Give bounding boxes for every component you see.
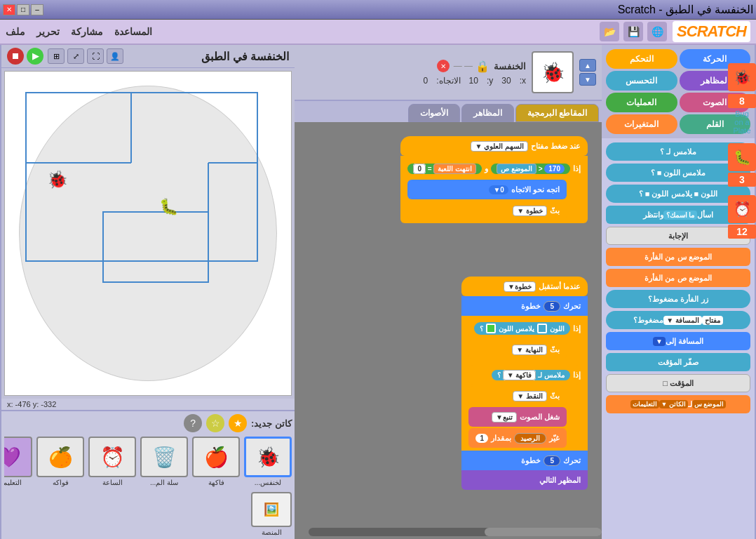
maximize-button[interactable]: □ bbox=[17, 4, 29, 15]
block-timer[interactable]: المؤقت □ bbox=[606, 374, 750, 392]
script-area[interactable]: عند ضغط مفتاح السهم العلوي ▼ إذا 170 < ا… bbox=[295, 122, 602, 539]
stage-icon-expand[interactable]: ⤢ bbox=[67, 48, 84, 64]
sprite-library-button[interactable]: ☆ bbox=[206, 414, 224, 432]
cat-control[interactable]: التحكم bbox=[606, 49, 677, 69]
stage-coord-text: x: -476 y: -332 bbox=[7, 400, 56, 408]
block-turn[interactable]: اتجه نحو الاتجاه 0▼ bbox=[407, 180, 567, 199]
green-flag-button[interactable]: ▶ bbox=[27, 48, 43, 65]
side-sprite-1-label: Bugon aPlate bbox=[728, 109, 756, 135]
sprite-thumb-clock[interactable]: ⏰ الساعة bbox=[88, 437, 136, 486]
sprite-img-bug: 🐞 bbox=[244, 437, 292, 477]
sprite-help-button[interactable]: ? bbox=[184, 414, 202, 432]
block-when-key[interactable]: عند ضغط مفتاح السهم العلوي ▼ bbox=[400, 136, 588, 156]
side-sprite-2[interactable]: 🐛 bbox=[728, 143, 756, 171]
middle-panel: ▲ ▼ 🐞 الخنفسة 🔒 — — ✕ x: 30 y: 10 bbox=[295, 45, 602, 539]
block-move5b[interactable]: تحرك 5 خطوة bbox=[461, 451, 588, 470]
minimize-button[interactable]: – bbox=[31, 4, 43, 15]
coord-x-label: x: bbox=[520, 76, 526, 86]
block-distance[interactable]: المسافة إلى ▼ bbox=[606, 332, 750, 350]
folder-icon[interactable]: 📂 bbox=[600, 22, 619, 41]
cat-operators[interactable]: العمليات bbox=[606, 93, 677, 112]
block-next-costume[interactable]: المظهر التالي bbox=[461, 470, 588, 490]
tab-scripts[interactable]: المقاطع البرمجية bbox=[515, 104, 599, 122]
stage-icon-grid[interactable]: ⊞ bbox=[48, 48, 65, 64]
scratch-logo: SCRATCH bbox=[673, 21, 750, 42]
menubar: SCRATCH 🌐 💾 📂 المساعدة مشاركة تحرير ملف bbox=[0, 20, 756, 45]
sprite-info: ▲ ▼ 🐞 الخنفسة 🔒 — — ✕ x: 30 y: 10 bbox=[295, 45, 602, 101]
block-if-color: إذا اللون يلامس اللون ؟ بثّ النهاية ▼ bbox=[461, 316, 588, 362]
block-if[interactable]: إذا 170 < الموضع ص و انتهت اللعبة = 0 bbox=[407, 159, 581, 178]
block-broadcast1[interactable]: بثّ خطوة ▼ bbox=[407, 201, 567, 220]
right-panel: الخنفسة في الطبق 👤 ⛶ ⤢ ⊞ ▶ ⏹ bbox=[0, 45, 295, 539]
block-play-sound[interactable]: شغل الصوت تنبع▼ bbox=[468, 407, 567, 427]
menu-file[interactable]: ملف bbox=[6, 26, 25, 37]
if-touch-body: بثّ النقط ▼ شغل الصوت تنبع▼ غيّر الرصيد … bbox=[468, 386, 581, 448]
tab-costumes[interactable]: المظاهر bbox=[461, 104, 514, 122]
stage-canvas[interactable]: 🐞 🐛 bbox=[4, 71, 292, 396]
block-mouse-down[interactable]: زر الفأرة مضغوط؟ bbox=[606, 290, 750, 308]
cat-sensing[interactable]: التحسس bbox=[606, 71, 677, 91]
sprite-thumb-bug[interactable]: 🐞 لخنفس... bbox=[244, 437, 292, 486]
lock-icon: 🔒 bbox=[475, 60, 490, 73]
block-change-score[interactable]: غيّر الرصيد بمقدار 1 bbox=[468, 428, 567, 448]
if-color-body: بثّ النهاية ▼ bbox=[468, 340, 581, 359]
block-key-pressed[interactable]: مفتاح المسافة ▼ مضغوط؟ bbox=[606, 311, 750, 329]
scrollbar-thumb[interactable] bbox=[485, 528, 602, 536]
side-sprite-2-count: 3 bbox=[728, 173, 756, 187]
menu-edit[interactable]: تحرير bbox=[36, 26, 60, 37]
block-move5[interactable]: تحرك 5 خطوة bbox=[461, 296, 588, 316]
block-if-group: إذا 170 < الموضع ص و انتهت اللعبة = 0 ات… bbox=[400, 156, 588, 223]
save-icon[interactable]: 💾 bbox=[623, 22, 643, 41]
side-sprite-3-count: 12 bbox=[728, 225, 756, 239]
if-body: اتجه نحو الاتجاه 0▼ بثّ خطوة ▼ bbox=[407, 180, 581, 220]
sprite-img-fruit: 🍎 bbox=[192, 437, 240, 477]
block-if-touch-inner[interactable]: إذا ملامس لـ فاكهة ▼ ؟ bbox=[468, 365, 581, 385]
side-sprite-3[interactable]: ⏰ bbox=[728, 195, 756, 223]
sprite-label-fruit: فاكهة bbox=[208, 479, 224, 486]
sprite-img-instructions: 💜 bbox=[4, 437, 32, 477]
sprite-delete-icon[interactable]: ✕ bbox=[437, 60, 450, 72]
block-broadcast-dot[interactable]: بثّ النقط ▼ bbox=[468, 386, 567, 406]
block-when-receive[interactable]: عندما أستقبل خطوة▼ bbox=[461, 277, 588, 296]
titlebar-text: الخنفسة في الطبق - Scratch bbox=[618, 3, 753, 16]
sprite-coords: x: 30 y: 10 الاتجاه: 0 bbox=[300, 76, 526, 86]
tab-sounds[interactable]: الأصوات bbox=[408, 104, 460, 122]
titlebar-controls: – □ ✕ bbox=[3, 4, 43, 15]
sprite-thumb-fruit[interactable]: 🍎 فاكهة bbox=[192, 437, 240, 486]
side-sprite-1[interactable]: 🐞 bbox=[728, 63, 756, 91]
horizontal-scrollbar[interactable] bbox=[309, 528, 602, 536]
sprite-thumb-instructions[interactable]: 💜 التعليما... bbox=[4, 437, 32, 486]
svg-rect-1 bbox=[103, 212, 208, 282]
sprite-img-basket: 🗑️ bbox=[140, 437, 188, 477]
main-layout: الحركة التحكم المظاهر التحسس الصوت العمل… bbox=[0, 45, 756, 539]
cat-variables[interactable]: المتغيرات bbox=[606, 114, 677, 134]
stop-button[interactable]: ⏹ bbox=[7, 48, 24, 65]
globe-icon[interactable]: 🌐 bbox=[647, 22, 667, 41]
block-broadcast-end[interactable]: بثّ النهاية ▼ bbox=[468, 340, 567, 359]
block-sprite-attr[interactable]: الموضع س لـ الكاتن ▼ التعليمات bbox=[606, 395, 750, 413]
sprite-thumb-fruits[interactable]: 🍊 فواكه bbox=[36, 437, 84, 486]
stage-icons: 👤 ⛶ ⤢ ⊞ bbox=[48, 48, 123, 64]
block-reset-timer[interactable]: صفّر المؤقت bbox=[606, 353, 750, 371]
sprite-paint-button[interactable]: ★ bbox=[229, 414, 247, 432]
direction-val: 0 bbox=[424, 76, 428, 86]
sprite-thumb-basket[interactable]: 🗑️ سلة الم... bbox=[140, 437, 188, 486]
stage-mini-thumb[interactable]: 🖼️ bbox=[251, 492, 292, 527]
script-tabs: المقاطع البرمجية المظاهر الأصوات bbox=[295, 101, 602, 122]
block-mouse-y[interactable]: الموضع ص من الفأرة bbox=[606, 269, 750, 287]
sprite-nav: ▲ ▼ bbox=[579, 59, 596, 86]
sprite-label-bug: لخنفس... bbox=[255, 479, 281, 486]
stage-icon-person[interactable]: 👤 bbox=[107, 48, 123, 64]
sprite-img-clock: ⏰ bbox=[88, 437, 136, 477]
sprite-nav-down[interactable]: ▼ bbox=[579, 73, 596, 86]
block-mouse-x[interactable]: الموضع س من الفأرة bbox=[606, 248, 750, 266]
sprite-nav-up[interactable]: ▲ bbox=[579, 59, 596, 72]
close-button[interactable]: ✕ bbox=[3, 4, 15, 15]
sprite-name-area: الخنفسة 🔒 — — ✕ x: 30 y: 10 الاتجاه: 0 bbox=[300, 60, 526, 86]
block-if-color-inner[interactable]: إذا اللون يلامس اللون ؟ bbox=[468, 319, 581, 338]
menu-share[interactable]: مشاركة bbox=[71, 26, 103, 37]
stage-thumb-area: 🖼️ المنصة bbox=[4, 492, 292, 536]
menu-help[interactable]: المساعدة bbox=[114, 26, 152, 37]
menu-items: المساعدة مشاركة تحرير ملف bbox=[6, 26, 152, 37]
stage-icon-fullscreen[interactable]: ⛶ bbox=[87, 48, 104, 64]
